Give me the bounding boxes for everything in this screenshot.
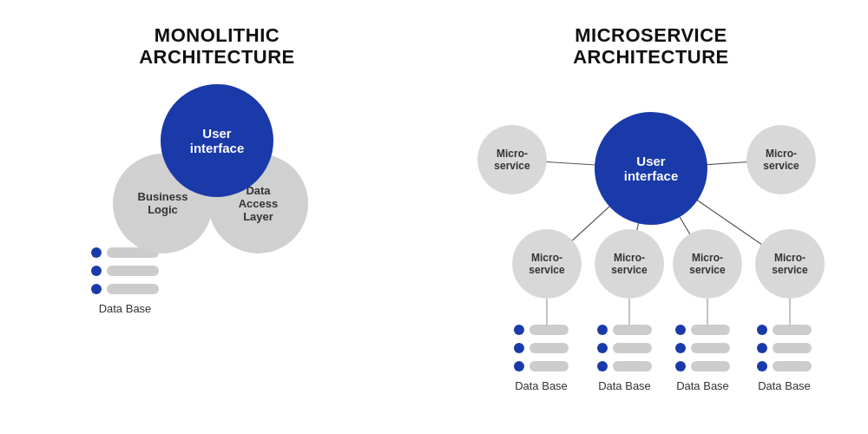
microservice-title: MICROSERVICEARCHITECTURE [573,24,729,69]
micro-ui-circle: Userinterface [595,112,707,225]
db-row [91,284,159,294]
microservice-panel: MICROSERVICEARCHITECTURE Userinterface [434,0,868,434]
db-dot [91,266,102,276]
db-row [91,266,159,276]
db-bar [107,284,159,294]
micro-node-br2: Micro-service [755,229,825,299]
micro-node-bl1: Micro-service [512,229,582,299]
db-dot [91,284,102,294]
monolithic-title: MONOLITHICARCHITECTURE [139,24,295,69]
db-bar [107,266,159,276]
micro-node-bl2: Micro-service [595,229,664,299]
monolithic-panel: MONOLITHICARCHITECTURE Userinterface Bus… [0,0,434,434]
micro-node-tr: Micro-service [746,125,816,194]
mono-database: Data Base [91,247,159,315]
micro-node-tl: Micro-service [477,125,547,194]
micro-node-br1: Micro-service [673,229,742,299]
mono-ui-circle: Userinterface [161,84,273,197]
db-dot [91,247,102,258]
micro-diagram: Userinterface Micro-service Micro-servic… [460,77,842,372]
mono-db-bars [91,247,159,299]
mono-db-label: Data Base [99,302,152,315]
